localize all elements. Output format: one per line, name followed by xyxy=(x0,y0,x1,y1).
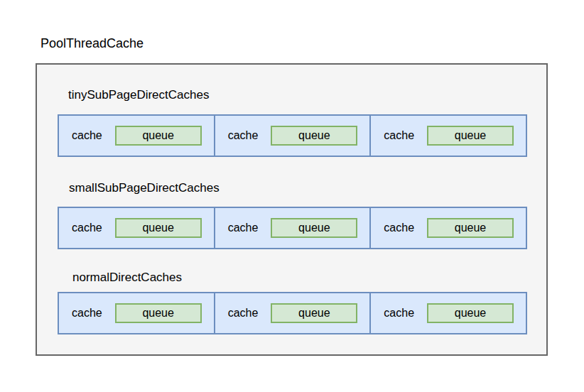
queue-box: queue xyxy=(427,126,514,146)
diagram-title: PoolThreadCache xyxy=(40,36,144,51)
cache-label: cache xyxy=(228,129,259,142)
cache-cell: cache queue xyxy=(369,208,526,248)
section-label-small-subpage-direct-caches: smallSubPageDirectCaches xyxy=(69,181,220,195)
queue-label: queue xyxy=(142,129,174,142)
queue-label: queue xyxy=(142,222,174,234)
cache-cell: cache queue xyxy=(214,293,370,333)
pool-thread-cache-container: tinySubPageDirectCaches cache queue cach… xyxy=(36,63,548,356)
queue-box: queue xyxy=(115,303,202,323)
queue-label: queue xyxy=(455,129,487,142)
queue-box: queue xyxy=(271,303,357,323)
section-label-tiny-subpage-direct-caches: tinySubPageDirectCaches xyxy=(68,88,209,102)
cache-cell: cache queue xyxy=(59,208,214,248)
cache-row-small: cache queue cache queue cache queue xyxy=(58,207,527,249)
queue-label: queue xyxy=(298,222,330,234)
queue-label: queue xyxy=(455,222,487,234)
cache-label: cache xyxy=(228,307,259,320)
cache-row-normal: cache queue cache queue cache queue xyxy=(58,292,527,334)
queue-box: queue xyxy=(271,218,357,238)
cache-cell: cache queue xyxy=(369,293,526,333)
queue-box: queue xyxy=(427,218,514,238)
cache-cell: cache queue xyxy=(59,293,214,333)
cache-cell: cache queue xyxy=(369,116,526,156)
diagram-canvas: PoolThreadCache tinySubPageDirectCaches … xyxy=(0,0,584,392)
cache-label: cache xyxy=(384,307,414,320)
queue-label: queue xyxy=(142,307,174,320)
cache-label: cache xyxy=(228,222,259,234)
cache-label: cache xyxy=(384,222,414,234)
queue-label: queue xyxy=(298,129,330,142)
queue-box: queue xyxy=(427,303,514,323)
queue-label: queue xyxy=(298,307,330,320)
queue-box: queue xyxy=(115,126,202,146)
cache-cell: cache queue xyxy=(214,208,370,248)
section-label-normal-direct-caches: normalDirectCaches xyxy=(72,271,182,285)
cache-cell: cache queue xyxy=(214,116,370,156)
cache-label: cache xyxy=(72,129,102,142)
cache-label: cache xyxy=(72,307,102,320)
cache-cell: cache queue xyxy=(59,116,214,156)
cache-label: cache xyxy=(72,222,102,234)
queue-box: queue xyxy=(115,218,202,238)
cache-label: cache xyxy=(384,129,414,142)
queue-box: queue xyxy=(271,126,357,146)
cache-row-tiny: cache queue cache queue cache queue xyxy=(58,114,527,157)
queue-label: queue xyxy=(455,307,487,320)
